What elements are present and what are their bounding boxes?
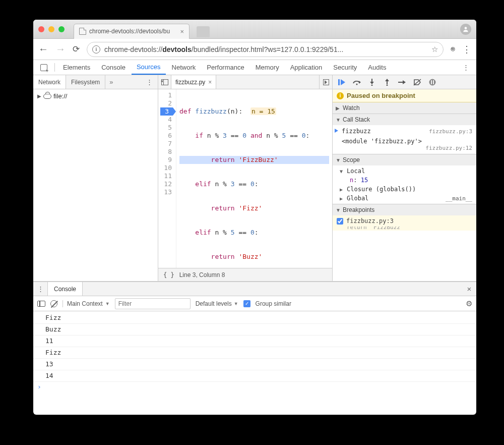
tab-network[interactable]: Network — [167, 60, 201, 75]
step-over-button[interactable] — [350, 77, 364, 88]
breakpoints-header[interactable]: ▼Breakpoints — [333, 204, 476, 215]
tab-elements[interactable]: Elements — [58, 60, 95, 75]
paused-banner: i Paused on breakpoint — [333, 89, 476, 102]
context-selector[interactable]: Main Context▼ — [62, 300, 110, 307]
tab-title: chrome-devtools://devtools/bu — [89, 28, 177, 35]
tab-console[interactable]: Console — [96, 60, 131, 75]
bookmark-star-icon[interactable]: ☆ — [431, 45, 438, 54]
group-similar-checkbox[interactable]: ✓ — [243, 300, 250, 307]
reload-button[interactable]: ⟳ — [73, 44, 80, 54]
navigator-more-icon[interactable]: ⋮ — [141, 75, 158, 89]
console-filter-input[interactable] — [115, 298, 191, 309]
tab-performance[interactable]: Performance — [202, 60, 249, 75]
scope-section: ▼Scope ▼Local n: 15 ▶Closure (globals())… — [333, 154, 476, 204]
console-line: 13 — [33, 359, 476, 370]
browser-window: chrome-devtools://devtools/bu × ← → ⟳ i … — [33, 20, 476, 415]
tab-audits[interactable]: Audits — [363, 60, 391, 75]
drawer-menu-icon[interactable]: ⋮ — [33, 282, 47, 296]
paused-label: Paused on breakpoint — [347, 92, 415, 99]
console-line: Buzz — [33, 324, 476, 336]
browser-tab[interactable]: chrome-devtools://devtools/bu × — [74, 24, 190, 39]
scope-local[interactable]: ▼Local — [333, 166, 476, 176]
console-sidebar-icon[interactable] — [37, 301, 45, 307]
scope-header[interactable]: ▼Scope — [333, 154, 476, 165]
code-area[interactable]: def fizzbuzz(n): n = 15 if n % 3 == 0 an… — [176, 89, 332, 268]
drawer-tab-console[interactable]: Console — [47, 282, 83, 296]
scope-global[interactable]: ▶Global__main__ — [333, 194, 476, 203]
caret-icon: ▶ — [37, 93, 41, 99]
close-file-icon[interactable]: × — [208, 79, 212, 86]
close-window-button[interactable] — [38, 26, 44, 32]
tab-security[interactable]: Security — [328, 60, 362, 75]
site-info-icon[interactable]: i — [92, 45, 100, 53]
tab-application[interactable]: Application — [285, 60, 328, 75]
scope-variable[interactable]: n: 15 — [333, 176, 476, 185]
svg-rect-11 — [398, 82, 403, 83]
breakpoints-section: ▼Breakpoints fizzbuzz.py:3 return 'FizzB… — [333, 204, 476, 231]
navigator-tab-network[interactable]: Network — [33, 75, 66, 89]
pretty-print-icon[interactable]: { } — [163, 271, 174, 279]
deactivate-breakpoints-button[interactable] — [410, 77, 424, 88]
devtools-menu-icon[interactable]: ⋮ — [459, 60, 473, 75]
page-icon — [79, 28, 86, 35]
new-tab-button[interactable] — [197, 26, 210, 37]
editor-status-bar: { } Line 3, Column 8 — [158, 268, 332, 281]
breakpoint-label: fizzbuzz.py:3 — [346, 217, 394, 225]
console-settings-icon[interactable]: ⚙ — [466, 299, 472, 308]
extension-icon[interactable]: ㊞ — [451, 46, 455, 52]
step-out-button[interactable] — [380, 77, 394, 88]
svg-marker-4 — [359, 81, 361, 84]
navigator-overflow-icon[interactable]: » — [105, 75, 117, 89]
element-picker-button[interactable] — [36, 60, 51, 75]
svg-point-0 — [465, 27, 467, 29]
callstack-header[interactable]: ▼Call Stack — [333, 114, 476, 125]
hide-navigator-button[interactable] — [158, 75, 171, 89]
navigator-tab-filesystem[interactable]: Filesystem — [66, 75, 105, 89]
clear-console-icon[interactable] — [50, 300, 57, 307]
breakpoint-item[interactable]: fizzbuzz.py:3 — [333, 215, 476, 227]
svg-rect-5 — [371, 79, 372, 82]
window-controls — [38, 26, 65, 32]
code-editor[interactable]: 12345678910111213 def fizzbuzz(n): n = 1… — [158, 89, 332, 268]
resume-button[interactable] — [335, 77, 349, 88]
browser-menu-icon[interactable]: ⋮ — [462, 44, 471, 55]
console-prompt[interactable]: › — [33, 382, 476, 392]
close-tab-icon[interactable]: × — [180, 28, 184, 35]
devtools-body: Network Filesystem » ⋮ ▶ file:// — [33, 75, 476, 415]
console-output[interactable]: Fizz Buzz 11 Fizz 13 14 › — [33, 311, 476, 415]
line-gutter[interactable]: 12345678910111213 — [158, 89, 176, 268]
drawer-tabs: ⋮ Console × — [33, 282, 476, 296]
stack-frame[interactable]: <module 'fizzbuzz.py'>fizzbuzz.py:12 — [333, 136, 476, 153]
tree-item-file[interactable]: ▶ file:// — [37, 92, 154, 100]
pause-on-exceptions-button[interactable] — [425, 77, 439, 88]
step-button[interactable] — [395, 77, 409, 88]
svg-marker-6 — [370, 82, 374, 84]
profile-avatar[interactable] — [460, 24, 471, 35]
console-drawer: ⋮ Console × Main Context▼ Default levels… — [33, 282, 476, 415]
tab-sources[interactable]: Sources — [132, 60, 166, 75]
editor-panel: fizzbuzz.py × 12345678910111213 def fizz… — [158, 75, 333, 281]
watch-header[interactable]: ▶Watch — [333, 102, 476, 114]
minimize-window-button[interactable] — [48, 26, 54, 32]
breakpoint-checkbox[interactable] — [337, 218, 343, 225]
svg-line-13 — [414, 79, 421, 85]
scope-closure[interactable]: ▶Closure (globals()) — [333, 185, 476, 194]
close-drawer-icon[interactable]: × — [462, 282, 476, 296]
svg-rect-16 — [433, 80, 434, 84]
console-line: Fizz — [33, 347, 476, 359]
breakpoint-marker: 3 — [160, 107, 176, 116]
file-tab[interactable]: fizzbuzz.py × — [171, 75, 216, 89]
debugger-controls — [333, 75, 476, 89]
address-bar[interactable]: i chrome-devtools://devtools/bundled/ins… — [87, 42, 444, 57]
back-button[interactable]: ← — [38, 43, 48, 55]
maximize-window-button[interactable] — [58, 26, 65, 32]
stack-frame[interactable]: fizzbuzzfizzbuzz.py:3 — [333, 126, 476, 136]
show-debugger-button[interactable] — [319, 75, 332, 89]
svg-marker-2 — [341, 79, 345, 85]
forward-button[interactable]: → — [55, 43, 66, 55]
tab-memory[interactable]: Memory — [250, 60, 284, 75]
step-into-button[interactable] — [365, 77, 379, 88]
devtools-tabs: Elements Console Sources Network Perform… — [33, 60, 476, 75]
debugger-panel: i Paused on breakpoint ▶Watch ▼Call Stac… — [333, 75, 476, 281]
log-levels-selector[interactable]: Default levels▼ — [196, 300, 238, 307]
